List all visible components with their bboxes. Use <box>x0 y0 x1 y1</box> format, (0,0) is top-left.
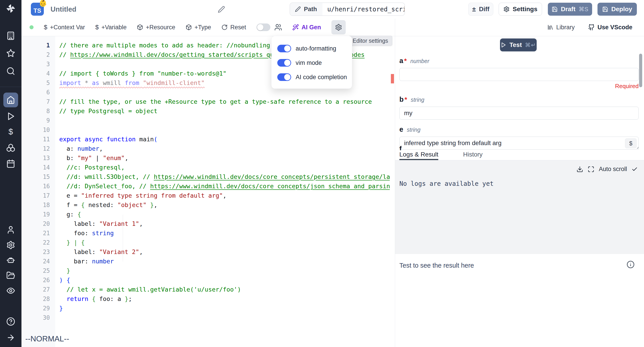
toggle[interactable] <box>277 45 291 52</box>
package-icon <box>186 24 192 30</box>
use-vscode-button[interactable]: Use VScode <box>588 24 632 31</box>
code-line[interactable]: a: number, <box>59 144 103 154</box>
add-context-var-label: +Context Var <box>50 24 85 31</box>
windmill-logo-icon[interactable] <box>6 4 15 13</box>
sidebar-item-folders-icon[interactable] <box>6 271 15 280</box>
diff-button[interactable]: ± Diff <box>468 3 493 16</box>
toggle[interactable] <box>277 59 291 67</box>
code-line[interactable]: //d: DynSelect_foo, // https://www.windm… <box>59 182 390 191</box>
sidebar-item-resources-icon[interactable] <box>6 143 15 152</box>
tab-logs---result[interactable]: Logs & Result <box>399 150 438 160</box>
test-button[interactable]: Test ⌘↵ <box>500 38 537 52</box>
code-line[interactable]: return { foo: a }; <box>59 294 132 304</box>
code-line[interactable]: bar: number <box>59 257 114 266</box>
editor-settings-button[interactable] <box>332 20 346 34</box>
download-logs-icon[interactable] <box>576 166 583 172</box>
sidebar-item-home[interactable] <box>3 92 18 107</box>
resize-handle[interactable] <box>636 145 639 150</box>
edit-title-pencil-icon[interactable] <box>218 6 225 13</box>
line-number: 6 <box>25 88 50 97</box>
field-error-a: Required <box>399 83 639 90</box>
info-icon[interactable] <box>626 260 634 268</box>
sidebar-item-variables-icon[interactable]: $ <box>6 128 15 136</box>
field-input-a[interactable] <box>399 68 639 81</box>
auto-scroll-checkbox[interactable] <box>632 166 638 172</box>
code-line[interactable]: export async function main( <box>59 134 158 144</box>
add-variable-button[interactable]: $ +Variable <box>95 24 126 31</box>
menu-item-auto-formatting[interactable]: auto-formatting <box>277 41 352 56</box>
github-icon <box>588 24 595 31</box>
sidebar-item-user-icon[interactable] <box>6 225 15 234</box>
pair-mode-group <box>256 24 282 31</box>
sidebar-item-settings-icon[interactable] <box>6 240 15 250</box>
menu-item-label: vim mode <box>296 60 322 66</box>
field-label-a: a*number <box>399 57 639 65</box>
code-line[interactable]: } <box>59 304 63 313</box>
add-context-var-button[interactable]: $ +Context Var <box>44 24 85 31</box>
auto-scroll-label: Auto scroll <box>599 166 627 172</box>
favorites-star-icon[interactable] <box>6 49 15 58</box>
settings-button[interactable]: Settings <box>499 3 542 16</box>
line-number: 4 <box>25 69 50 78</box>
help-icon[interactable] <box>6 317 15 326</box>
code-line[interactable]: } <box>59 266 70 276</box>
collapse-arrow-icon[interactable] <box>6 333 15 342</box>
line-number: 16 <box>25 182 50 191</box>
indent-guide <box>123 215 123 262</box>
add-resource-button[interactable]: +Resource <box>137 24 175 31</box>
users-icon <box>274 24 282 31</box>
code-line[interactable]: //d: wmill.S3Object, // https://www.wind… <box>59 172 390 182</box>
sidebar-item-audit-eye-icon[interactable] <box>6 286 15 295</box>
path-editor[interactable]: Path u/henri/restored_script <box>290 2 405 16</box>
reset-button[interactable]: Reset <box>222 24 246 31</box>
library-icon <box>547 24 554 30</box>
code-line[interactable]: label: "Variant 1", <box>59 219 143 228</box>
code-line[interactable]: g: { <box>59 210 81 219</box>
field-input-b[interactable]: my <box>399 107 639 120</box>
field-input-e[interactable]: inferred type string from default arg$ <box>399 136 639 150</box>
code-line[interactable]: b: "my" | "enum", <box>59 154 128 163</box>
code-line[interactable]: // import { toWords } from "number-to-wo… <box>59 69 226 78</box>
menu-item-vim-mode[interactable]: vim mode <box>277 56 352 70</box>
code-line[interactable]: //c: Postgresql, <box>59 163 125 172</box>
sidebar-item-runs-icon[interactable] <box>6 112 15 121</box>
reset-label: Reset <box>230 24 246 31</box>
tab-history[interactable]: History <box>463 150 482 160</box>
code-line[interactable]: } | { <box>59 238 85 247</box>
field-label-e: estring <box>399 126 639 134</box>
result-pane: Test to see the result here <box>395 254 644 347</box>
code-line[interactable]: label: "Variant 2", <box>59 247 143 257</box>
code-line[interactable]: // fill the type, or use the +Resource t… <box>59 97 372 106</box>
expand-logs-icon[interactable] <box>588 166 594 172</box>
code-line[interactable]: import * as wmill from "windmill-client" <box>59 78 204 88</box>
code-line[interactable]: // let x = await wmill.getVariable('u/us… <box>59 285 241 294</box>
code-line[interactable]: e = "inferred type string from default a… <box>59 191 226 200</box>
draft-button[interactable]: Draft ⌘S <box>548 3 592 16</box>
code-line[interactable]: f = { nested: "object" }, <box>59 200 158 210</box>
insert-variable-button[interactable]: $ <box>625 138 636 148</box>
code-line[interactable]: // type Postgresql = object <box>59 106 158 116</box>
deploy-button[interactable]: Deploy <box>598 3 637 16</box>
form-scrollbar[interactable] <box>639 54 642 87</box>
line-number: 15 <box>25 172 50 182</box>
test-label: Test <box>510 41 522 48</box>
code-line[interactable]: // there are multiple modes to add as he… <box>59 41 270 50</box>
ai-gen-button[interactable]: AI Gen <box>292 24 321 31</box>
collab-toggle[interactable] <box>256 24 270 31</box>
code-line[interactable]: ) { <box>59 276 70 285</box>
workspace-icon[interactable] <box>6 31 15 40</box>
play-icon <box>500 42 506 48</box>
error-overview-marker <box>391 74 394 84</box>
sidebar-item-schedules-icon[interactable] <box>6 159 15 168</box>
result-tabs: Logs & ResultHistory <box>395 150 644 160</box>
sidebar-item-workers-robot-icon[interactable] <box>6 256 15 265</box>
line-number: 10 <box>25 125 50 134</box>
library-button[interactable]: Library <box>547 24 575 31</box>
code-line[interactable]: foo: string <box>59 228 114 238</box>
toggle[interactable] <box>277 73 291 81</box>
library-label: Library <box>556 24 575 31</box>
search-icon[interactable] <box>6 67 15 76</box>
add-type-button[interactable]: +Type <box>186 24 211 31</box>
save-icon <box>552 6 558 12</box>
menu-item-AI-code-completion[interactable]: AI code completion <box>277 70 352 84</box>
